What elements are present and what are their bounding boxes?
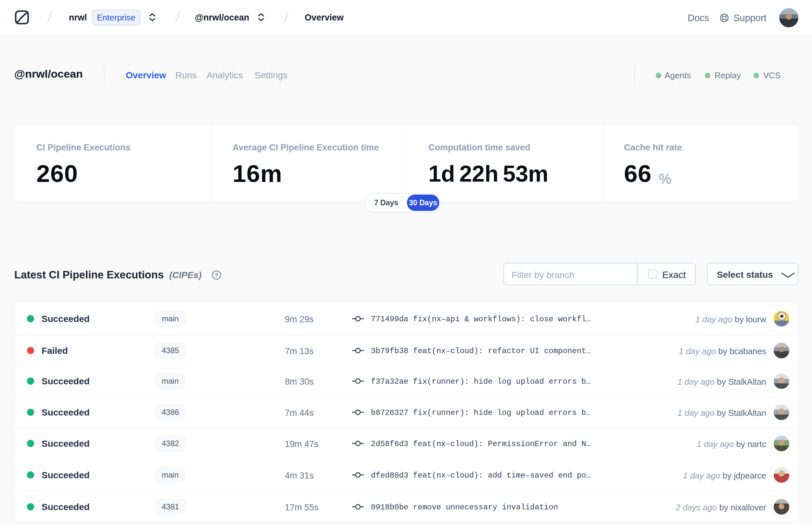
- svg-text:?: ?: [215, 272, 218, 279]
